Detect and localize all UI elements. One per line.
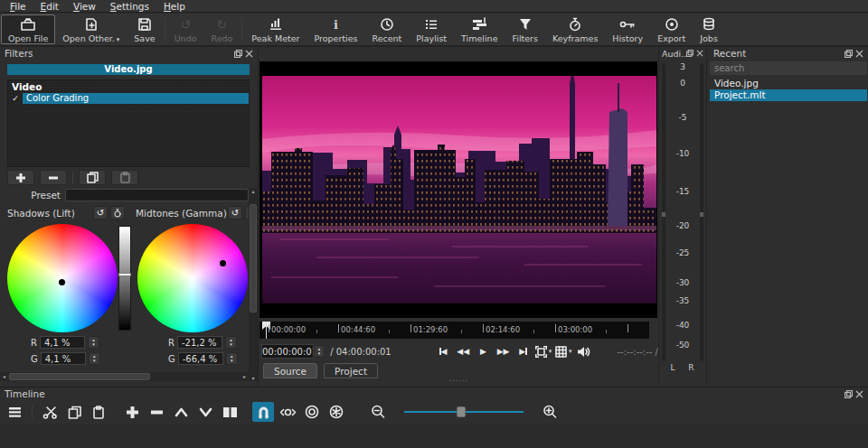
tab-source[interactable]: Source xyxy=(263,363,317,378)
open-file-button[interactable]: Open File xyxy=(1,14,55,44)
filters-horizontal-scrollbar[interactable]: ◂ ▸ xyxy=(0,372,249,381)
midtones-red-input[interactable] xyxy=(177,336,222,349)
skip-to-end-button[interactable]: ▶ xyxy=(514,343,533,359)
float-panel-icon[interactable] xyxy=(844,390,853,398)
magnet-icon xyxy=(257,406,270,419)
filters-button[interactable]: Filters xyxy=(505,14,545,44)
scroll-up-icon[interactable]: ▴ xyxy=(249,188,258,194)
volume-button[interactable] xyxy=(573,343,593,359)
menu-settings[interactable]: Settings xyxy=(103,0,156,13)
filter-checkbox[interactable]: ✓ xyxy=(8,94,23,103)
db-scale-value: -10 xyxy=(659,149,706,158)
export-button[interactable]: Export xyxy=(650,14,693,44)
splitter-grip[interactable]: ······ xyxy=(449,378,468,386)
menu-file[interactable]: File xyxy=(3,0,33,13)
filter-row-color-grading[interactable]: ✓ Color Grading xyxy=(8,93,249,104)
player-time-ruler[interactable]: 00:00:00 00:44:60 01:29:60 02:14:60 03:0… xyxy=(259,322,649,339)
timeline-tracks-area[interactable] xyxy=(0,425,868,448)
midtones-wheel-cursor[interactable] xyxy=(220,260,226,266)
add-filter-button[interactable] xyxy=(7,170,34,185)
keyframes-button[interactable]: Keyframes xyxy=(545,14,605,44)
split-button[interactable] xyxy=(219,402,241,422)
shadows-level-slider[interactable] xyxy=(118,226,131,331)
play-button[interactable]: ▶ xyxy=(473,343,493,359)
float-panel-icon[interactable] xyxy=(844,50,853,58)
menu-view[interactable]: View xyxy=(66,0,103,13)
ripple-all-tracks-button[interactable] xyxy=(326,402,347,422)
copy-filters-button[interactable] xyxy=(79,170,106,185)
skip-to-start-button[interactable]: ◀ xyxy=(433,343,453,359)
properties-button[interactable]: i Properties xyxy=(307,14,364,44)
peak-meter-button[interactable]: Peak Meter xyxy=(244,14,307,44)
recent-item[interactable]: Video.jpg xyxy=(710,78,867,89)
horizontal-scroll-thumb[interactable] xyxy=(9,373,150,380)
scrub-while-dragging-button[interactable] xyxy=(277,402,298,422)
shadows-red-stepper[interactable]: ▴▾ xyxy=(88,336,99,349)
scroll-left-icon[interactable]: ◂ xyxy=(0,372,8,381)
paste-button[interactable] xyxy=(88,402,109,422)
fast-forward-button[interactable]: ▶▶ xyxy=(494,343,514,359)
copy-button[interactable] xyxy=(63,402,85,422)
menu-edit[interactable]: Edit xyxy=(33,0,66,13)
shadows-level-handle[interactable] xyxy=(118,273,131,276)
close-panel-icon[interactable] xyxy=(855,50,863,58)
scroll-right-icon[interactable]: ▸ xyxy=(241,372,249,381)
playlist-button[interactable]: Playlist xyxy=(409,14,454,44)
current-time-stepper[interactable]: ▴▾ xyxy=(314,345,325,358)
current-time-input[interactable] xyxy=(261,344,314,359)
remove-filter-button[interactable] xyxy=(40,170,67,185)
shadows-keyframe-icon[interactable] xyxy=(110,206,125,219)
zoom-slider-handle[interactable] xyxy=(457,406,466,417)
total-duration: / 04:00:00:01 xyxy=(330,347,392,357)
filters-vertical-scrollbar[interactable]: ▴ ▾ xyxy=(249,188,258,381)
grid-button[interactable]: ▾ xyxy=(553,343,573,359)
midtones-color-wheel[interactable] xyxy=(137,224,248,332)
shadows-green-stepper[interactable]: ▴▾ xyxy=(89,352,100,365)
rewind-button[interactable]: ◀◀ xyxy=(453,343,473,359)
recent-search-input[interactable] xyxy=(710,61,867,75)
zoom-out-button[interactable] xyxy=(367,402,389,422)
shadows-color-wheel[interactable] xyxy=(7,224,118,332)
undo-button[interactable]: ↺ Undo xyxy=(167,14,204,44)
shadows-reset-icon[interactable]: ↺ xyxy=(93,206,108,219)
lift-button[interactable] xyxy=(170,402,192,422)
db-scale-value: -5 xyxy=(659,113,706,122)
close-panel-icon[interactable] xyxy=(855,390,863,398)
float-panel-icon[interactable] xyxy=(686,50,693,57)
overwrite-button[interactable] xyxy=(194,402,216,422)
jobs-button[interactable]: Jobs xyxy=(693,14,725,44)
timeline-menu-button[interactable] xyxy=(4,402,25,422)
shadows-green-input[interactable] xyxy=(41,352,86,365)
zoom-fit-button[interactable]: ▾ xyxy=(533,343,553,359)
history-button[interactable]: History xyxy=(605,14,650,44)
scroll-down-icon[interactable]: ▾ xyxy=(249,375,258,381)
close-panel-icon[interactable] xyxy=(245,50,253,58)
snap-button[interactable] xyxy=(252,402,274,422)
paste-filters-button[interactable] xyxy=(111,170,138,185)
open-other-button[interactable]: Open Other.▾ xyxy=(55,14,127,44)
float-panel-icon[interactable] xyxy=(234,50,242,58)
save-button[interactable]: Save xyxy=(127,14,162,44)
shadows-wheel-cursor[interactable] xyxy=(59,279,65,285)
ripple-delete-button[interactable] xyxy=(146,402,167,422)
preset-combobox[interactable] xyxy=(65,189,249,201)
zoom-in-button[interactable] xyxy=(539,402,561,422)
recent-item-selected[interactable]: Project.mlt xyxy=(710,89,867,101)
redo-button[interactable]: ↻ Redo xyxy=(203,14,240,44)
timeline-zoom-slider[interactable] xyxy=(404,406,524,418)
recent-button[interactable]: Recent xyxy=(364,14,409,44)
filter-list[interactable]: Video ✓ Color Grading xyxy=(7,79,250,167)
menu-help[interactable]: Help xyxy=(156,0,193,13)
vertical-scroll-thumb[interactable] xyxy=(250,204,257,313)
tab-project[interactable]: Project xyxy=(324,363,378,378)
shadows-red-input[interactable] xyxy=(40,336,85,349)
cut-button[interactable] xyxy=(39,402,61,422)
close-panel-icon[interactable] xyxy=(696,50,703,57)
timeline-button[interactable]: Timeline xyxy=(454,14,505,44)
midtones-reset-icon[interactable]: ↺ xyxy=(228,206,242,219)
midtones-red-stepper[interactable]: ▴▾ xyxy=(225,336,237,349)
append-button[interactable] xyxy=(121,402,143,422)
midtones-green-stepper[interactable]: ▴▾ xyxy=(226,352,238,365)
ripple-button[interactable] xyxy=(301,402,323,422)
midtones-green-input[interactable] xyxy=(178,352,223,365)
